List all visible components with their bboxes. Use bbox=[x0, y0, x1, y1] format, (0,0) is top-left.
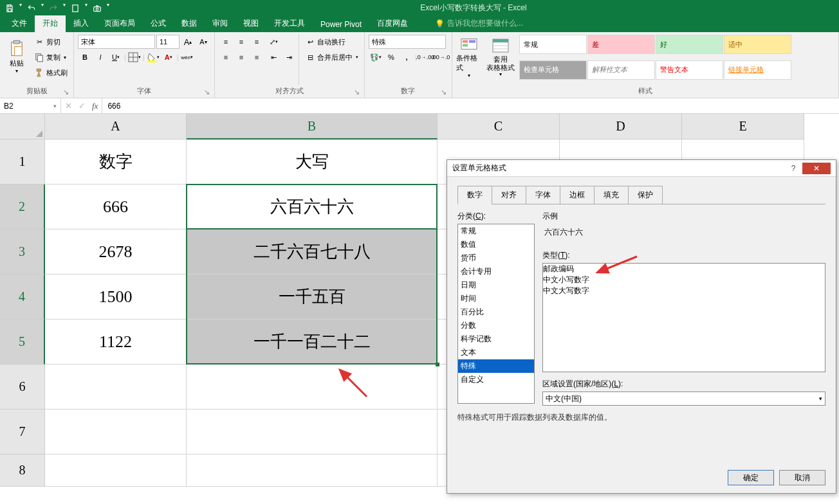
tab-powerpivot[interactable]: Power Pivot bbox=[313, 17, 369, 32]
select-all-corner[interactable] bbox=[0, 114, 45, 140]
paste-button[interactable]: 粘贴 ▾ bbox=[4, 35, 30, 78]
decrease-font-icon[interactable]: A▾ bbox=[196, 35, 210, 49]
tab-view[interactable]: 视图 bbox=[235, 15, 266, 32]
style-cell[interactable]: 好 bbox=[656, 35, 723, 54]
col-header-E[interactable]: E bbox=[682, 114, 804, 140]
format-painter-button[interactable]: 格式刷 bbox=[32, 66, 69, 80]
orientation-icon[interactable]: ⤢▾ bbox=[266, 35, 281, 49]
tab-formulas[interactable]: 公式 bbox=[143, 15, 174, 32]
qat-customize-dropdown[interactable]: ▾ bbox=[106, 2, 111, 15]
copy-button[interactable]: 复制▾ bbox=[32, 50, 69, 64]
comma-icon[interactable]: , bbox=[400, 50, 414, 64]
align-launcher[interactable]: ↘ bbox=[353, 88, 360, 96]
category-item[interactable]: 特殊 bbox=[458, 359, 534, 373]
font-size-select[interactable] bbox=[156, 35, 180, 49]
wrap-text-button[interactable]: ↩自动换行 bbox=[303, 35, 360, 49]
dialog-tab-2[interactable]: 字体 bbox=[526, 186, 560, 204]
align-left-icon[interactable]: ≡ bbox=[219, 50, 233, 64]
category-item[interactable]: 时间 bbox=[458, 292, 534, 305]
tab-data[interactable]: 数据 bbox=[174, 15, 205, 32]
indent-icon[interactable]: ⇥ bbox=[282, 50, 296, 64]
accounting-icon[interactable]: 💱▾ bbox=[369, 50, 383, 64]
cell-B1[interactable]: 大写 bbox=[187, 140, 438, 184]
merge-center-button[interactable]: ⊟合并后居中▾ bbox=[303, 50, 360, 64]
number-launcher[interactable]: ↘ bbox=[440, 88, 448, 96]
border-button[interactable]: ▾ bbox=[127, 50, 142, 64]
align-top-icon[interactable]: ≡ bbox=[219, 35, 233, 49]
category-item[interactable]: 文本 bbox=[458, 346, 534, 359]
cut-button[interactable]: ✂剪切 bbox=[32, 35, 69, 49]
type-item[interactable]: 中文大写数字 bbox=[543, 285, 825, 296]
style-cell[interactable]: 链接单元格 bbox=[724, 60, 791, 80]
tab-review[interactable]: 审阅 bbox=[205, 15, 235, 32]
redo-icon[interactable] bbox=[46, 2, 60, 15]
tab-developer[interactable]: 开发工具 bbox=[266, 15, 313, 32]
cell-A3[interactable]: 2678 bbox=[45, 230, 187, 274]
align-center-icon[interactable]: ≡ bbox=[234, 50, 248, 64]
tab-home[interactable]: 开始 bbox=[35, 15, 66, 32]
category-item[interactable]: 自定义 bbox=[458, 373, 534, 386]
cell-A5[interactable]: 1122 bbox=[45, 320, 187, 364]
cancel-button[interactable]: 取消 bbox=[779, 470, 825, 485]
align-mid-icon[interactable]: ≡ bbox=[234, 35, 248, 49]
style-cell[interactable]: 适中 bbox=[724, 35, 791, 54]
tell-me[interactable]: 💡 告诉我您想要做什么... bbox=[435, 18, 523, 32]
style-cell[interactable]: 警告文本 bbox=[656, 60, 723, 80]
col-header-C[interactable]: C bbox=[438, 114, 560, 140]
style-cell[interactable]: 差 bbox=[587, 35, 655, 54]
cell-B3[interactable]: 二千六百七十八 bbox=[187, 230, 438, 274]
enter-formula-icon[interactable]: ✓ bbox=[78, 101, 86, 111]
name-box[interactable]: ▾ bbox=[0, 98, 61, 113]
new-dropdown[interactable]: ▾ bbox=[84, 2, 89, 15]
increase-font-icon[interactable]: A▴ bbox=[181, 35, 195, 49]
style-cell[interactable]: 常规 bbox=[519, 35, 587, 54]
cell-B6[interactable] bbox=[187, 364, 438, 410]
cell-B2[interactable]: 六百六十六 bbox=[187, 184, 438, 230]
dialog-help-button[interactable]: ? bbox=[786, 163, 801, 174]
tab-pagelayout[interactable]: 页面布局 bbox=[97, 15, 143, 32]
locale-select[interactable]: 中文(中国)▾ bbox=[542, 392, 825, 406]
camera-icon[interactable] bbox=[90, 2, 104, 15]
dialog-tab-0[interactable]: 数字 bbox=[457, 186, 492, 204]
dialog-tab-5[interactable]: 保护 bbox=[628, 186, 663, 204]
row-header-2[interactable]: 2 bbox=[0, 184, 45, 230]
outdent-icon[interactable]: ⇤ bbox=[266, 50, 281, 64]
dialog-titlebar[interactable]: 设置单元格格式 ? ✕ bbox=[447, 160, 836, 177]
tab-insert[interactable]: 插入 bbox=[66, 15, 97, 32]
cell-A8[interactable] bbox=[45, 455, 187, 487]
cell-styles-gallery[interactable]: 常规差好适中检查单元格解释性文本警告文本链接单元格 bbox=[519, 35, 791, 85]
row-header-8[interactable]: 8 bbox=[0, 455, 45, 487]
category-item[interactable]: 数值 bbox=[458, 238, 534, 251]
ok-button[interactable]: 确定 bbox=[728, 470, 774, 485]
undo-dropdown[interactable]: ▾ bbox=[40, 2, 45, 15]
cell-A1[interactable]: 数字 bbox=[45, 140, 187, 184]
row-header-7[interactable]: 7 bbox=[0, 410, 45, 455]
conditional-format-button[interactable]: 条件格式▾ bbox=[456, 35, 482, 78]
dialog-tab-3[interactable]: 边框 bbox=[560, 186, 595, 204]
cell-reference-input[interactable] bbox=[4, 102, 42, 111]
number-format-select[interactable] bbox=[369, 35, 446, 49]
category-item[interactable]: 分数 bbox=[458, 319, 534, 332]
category-listbox[interactable]: 常规数值货币会计专用日期时间百分比分数科学记数文本特殊自定义 bbox=[457, 224, 535, 404]
type-item[interactable]: 中文小写数字 bbox=[543, 274, 825, 285]
cell-A6[interactable] bbox=[45, 364, 187, 410]
save-icon[interactable] bbox=[3, 2, 17, 15]
cell-A7[interactable] bbox=[45, 410, 187, 455]
style-cell[interactable]: 解释性文本 bbox=[587, 60, 655, 80]
dialog-close-button[interactable]: ✕ bbox=[802, 163, 831, 174]
category-item[interactable]: 常规 bbox=[458, 224, 534, 238]
category-item[interactable]: 科学记数 bbox=[458, 332, 534, 346]
fx-icon[interactable]: fx bbox=[92, 101, 98, 111]
category-item[interactable]: 日期 bbox=[458, 278, 534, 292]
col-header-B[interactable]: B bbox=[187, 114, 438, 140]
row-header-1[interactable]: 1 bbox=[0, 140, 45, 184]
formula-input[interactable]: 666 bbox=[102, 98, 839, 113]
style-cell[interactable]: 检查单元格 bbox=[519, 60, 587, 80]
clipboard-launcher[interactable]: ↘ bbox=[62, 88, 69, 96]
font-name-select[interactable] bbox=[78, 35, 155, 49]
cancel-formula-icon[interactable]: ✕ bbox=[65, 101, 72, 111]
tab-baidu[interactable]: 百度网盘 bbox=[369, 15, 416, 32]
phonetic-button[interactable]: wén▾ bbox=[180, 50, 194, 64]
col-header-D[interactable]: D bbox=[560, 114, 682, 140]
category-item[interactable]: 会计专用 bbox=[458, 265, 534, 278]
